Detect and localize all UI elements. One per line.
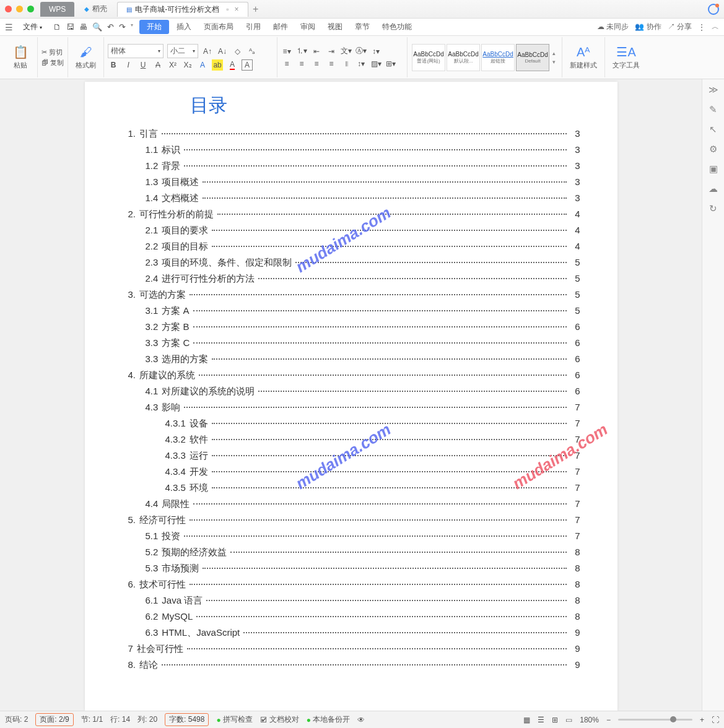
style-默认段...[interactable]: AaBbCcDd默认段... [447, 44, 480, 71]
menu-special[interactable]: 特色功能 [377, 20, 417, 34]
close-window-icon[interactable] [5, 6, 12, 12]
style-Default[interactable]: AaBbCcDdDefault [516, 44, 549, 71]
align-center-button[interactable]: ≡ [296, 58, 307, 69]
toc-entry[interactable]: 6.1Java 语言8 [146, 592, 580, 609]
toc-entry[interactable]: 2.4进行可行性分析的方法5 [146, 271, 580, 287]
menu-view[interactable]: 视图 [323, 20, 347, 34]
add-tab-button[interactable]: + [250, 4, 262, 15]
menu-file[interactable]: 文件 ▾ [18, 20, 47, 34]
line-spacing-button[interactable]: ↕▾ [355, 58, 367, 69]
format-brush-button[interactable]: 🖌格式刷 [72, 45, 100, 70]
toc-entry[interactable]: 6.2MySQL8 [146, 609, 580, 625]
status-proof[interactable]: 🗹 文档校对 [260, 714, 299, 725]
toc-entry[interactable]: 7社会可行性9 [128, 641, 580, 657]
paste-button[interactable]: 📋粘贴 [7, 45, 33, 70]
tab-menu-icon[interactable]: ▫ [226, 5, 229, 14]
cut-button[interactable]: ✂ 剪切 [41, 48, 63, 57]
increase-indent-button[interactable]: ⇥ [326, 46, 337, 57]
align-right-button[interactable]: ≡ [311, 58, 322, 69]
view-web-icon[interactable]: ⊞ [552, 716, 558, 724]
underline-button[interactable]: U [137, 59, 149, 71]
style-超链接[interactable]: AaBbCcDd超链接 [481, 44, 515, 71]
more-icon[interactable]: ⋮ [698, 23, 705, 32]
toc-entry[interactable]: 4.4局限性7 [146, 496, 580, 512]
clear-format-icon[interactable]: ◇ [232, 46, 243, 57]
zoom-slider[interactable] [618, 719, 692, 721]
toc-entry[interactable]: 5.2预期的经济效益8 [146, 544, 580, 560]
view-outline-icon[interactable]: ☰ [538, 716, 544, 724]
borders-button[interactable]: ⊞▾ [385, 58, 396, 69]
toc-entry[interactable]: 1.1标识3 [146, 142, 580, 158]
settings-tool-icon[interactable]: ⚙ [709, 144, 717, 155]
redo-icon[interactable]: ↷ [119, 22, 126, 32]
pen-tool-icon[interactable]: ✎ [709, 104, 717, 115]
toc-entry[interactable]: 6.技术可行性8 [128, 576, 580, 592]
zoom-in-button[interactable]: + [700, 716, 704, 724]
toc-entry[interactable]: 6.3HTML、JavaScript9 [146, 625, 580, 641]
italic-button[interactable]: I [123, 59, 134, 71]
collapse-panel-icon[interactable]: ≫ [709, 84, 718, 95]
menu-reference[interactable]: 引用 [241, 20, 266, 34]
new-icon[interactable]: 🗋 [53, 22, 61, 32]
strike-button[interactable]: A [152, 59, 164, 71]
align-justify-button[interactable]: ≡ [326, 58, 337, 69]
toc-entry[interactable]: 4.3影响7 [146, 399, 580, 415]
style-普通(网站)[interactable]: AaBbCcDd普通(网站) [412, 44, 445, 71]
toc-entry[interactable]: 4.所建议的系统6 [128, 367, 580, 383]
toc-entry[interactable]: 1.4文档概述3 [146, 190, 580, 206]
bullets-button[interactable]: ≡▾ [281, 46, 292, 57]
tab-wps[interactable]: WPS [40, 2, 74, 17]
toc-entry[interactable]: 3.可选的方案5 [128, 287, 580, 303]
fit-page-icon[interactable]: ⛶ [712, 716, 719, 724]
align-button[interactable]: Ⓐ▾ [355, 46, 367, 57]
toc-entry[interactable]: 2.3项目的环境、条件、假定和限制5 [146, 254, 580, 271]
status-page[interactable]: 页面: 2/9 [35, 713, 73, 726]
share-button[interactable]: ↗ 分享 [668, 22, 692, 32]
toc-entry[interactable]: 2.1项目的要求4 [146, 222, 580, 238]
numbering-button[interactable]: ⒈▾ [296, 46, 307, 57]
sort-button[interactable]: ↕▾ [370, 46, 382, 57]
collapse-ribbon-icon[interactable]: ︿ [712, 22, 719, 32]
shading-button[interactable]: ▨▾ [370, 58, 382, 69]
toc-entry[interactable]: 4.1对所建议的系统的说明6 [146, 383, 580, 399]
toc-entry[interactable]: 4.3.2软件7 [165, 431, 580, 448]
styles-more-icon[interactable]: ▴▾ [550, 50, 558, 65]
toc-entry[interactable]: 5.3市场预测8 [146, 560, 580, 576]
toc-entry[interactable]: 2.可行性分析的前提4 [128, 206, 580, 222]
change-case-icon[interactable]: ᴬₐ [246, 46, 258, 57]
menu-chapter[interactable]: 章节 [350, 20, 375, 34]
toc-entry[interactable]: 3.1方案 A5 [146, 303, 580, 319]
text-tools-button[interactable]: ☰A文字工具 [609, 45, 643, 70]
undo-icon[interactable]: ↶ [107, 22, 114, 32]
hamburger-icon[interactable]: ☰ [5, 22, 13, 32]
toc-entry[interactable]: 3.3方案 C6 [146, 335, 580, 351]
tab-daoke[interactable]: ◆稻壳 [76, 2, 116, 17]
preview-icon[interactable]: 🔍 [92, 22, 102, 32]
font-color-button[interactable]: A [227, 59, 238, 71]
toc-entry[interactable]: 3.3选用的方案6 [146, 351, 580, 367]
menu-start[interactable]: 开始 [139, 20, 169, 34]
bold-button[interactable]: B [108, 59, 119, 71]
maximize-window-icon[interactable] [27, 6, 34, 12]
grow-font-icon[interactable]: A↑ [202, 46, 213, 57]
qat-dropdown-icon[interactable]: ▾ [131, 22, 133, 32]
toc-entry[interactable]: 2.2项目的目标4 [146, 238, 580, 254]
minimize-window-icon[interactable] [16, 6, 23, 12]
copy-button[interactable]: 🗐 复制 [41, 58, 64, 67]
zoom-value[interactable]: 180% [580, 716, 599, 724]
save-icon[interactable]: 🖫 [66, 22, 74, 32]
char-border-button[interactable]: A [242, 59, 253, 71]
history-tool-icon[interactable]: ↻ [709, 203, 717, 214]
subscript-button[interactable]: X₂ [182, 59, 193, 71]
toc-entry[interactable]: 4.3.5环境7 [165, 480, 580, 496]
status-words[interactable]: 字数: 5498 [165, 713, 209, 726]
menu-insert[interactable]: 插入 [172, 20, 196, 34]
toc-entry[interactable]: 8.结论9 [128, 657, 580, 673]
toc-entry[interactable]: 1.3项目概述3 [146, 174, 580, 190]
highlight-button[interactable]: ab [212, 59, 223, 71]
decrease-indent-button[interactable]: ⇤ [311, 46, 322, 57]
menu-mail[interactable]: 邮件 [268, 20, 293, 34]
toc-entry[interactable]: 4.3.1设备7 [165, 415, 580, 431]
toc-entry[interactable]: 3.2方案 B6 [146, 319, 580, 335]
toc-entry[interactable]: 1.引言3 [128, 126, 580, 142]
